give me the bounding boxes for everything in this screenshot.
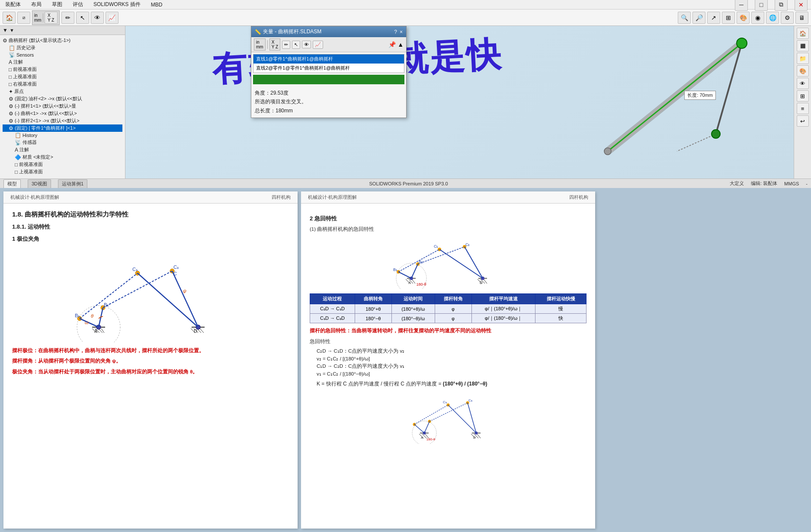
dlg-chart-btn[interactable]: 📈 <box>313 41 323 49</box>
menu-solidworks-addins[interactable]: SOLIDWORKS 插件 <box>92 0 142 9</box>
dialog-list: 直线1@零件1^曲柄摇杆1@曲柄摇杆 直线2@零件1@零件1^曲柄摇杆1@曲柄摇… <box>253 54 404 73</box>
toolbar-pencil-btn[interactable]: ✏ <box>61 12 74 24</box>
dialog-icon: 📏 <box>255 29 261 35</box>
dlg-select-btn[interactable]: ↖ <box>292 41 300 49</box>
tree-item-history[interactable]: 📋 历史记录 <box>3 44 122 51</box>
right-grid-btn[interactable]: ⊞ <box>797 90 809 102</box>
toolbar-layers-btn[interactable]: ⊞ <box>722 12 735 24</box>
toolbar-select-btn[interactable]: ↖ <box>76 12 89 24</box>
toolbar-home-btn[interactable]: 🏠 <box>3 12 16 24</box>
tree-item-part5-selected[interactable]: ⚙ (固定) [ 零件1^曲柄摇杆 ]<1> <box>3 124 122 132</box>
tree-item-annotation2[interactable]: A 注解 <box>3 146 122 153</box>
table-cell: 慢 <box>535 304 587 314</box>
svg-line-62 <box>465 247 483 278</box>
window-restore-btn[interactable]: ⧉ <box>775 0 788 11</box>
unit-label: inmm <box>34 13 42 22</box>
svg-text:A: A <box>408 280 411 285</box>
tree-item-origin[interactable]: ✦ 原点 <box>3 88 122 95</box>
tree-item-top-plane2[interactable]: □ 上视基准面 <box>3 168 122 175</box>
svg-text:C₁: C₁ <box>434 244 439 248</box>
tree-item-right-plane[interactable]: □ 右视基准面 <box>3 80 122 88</box>
tree-root[interactable]: ⚙ 曲柄摇杆 (默认<显示状态-1>) <box>3 37 122 44</box>
dlg-coord-btn[interactable]: XY Z <box>272 40 278 49</box>
dlg-pin-btn[interactable]: 📌 <box>388 41 396 48</box>
coord-btn[interactable]: XY Z <box>45 12 58 24</box>
svg-text:ψ: ψ <box>183 288 186 293</box>
dlg-pencil-btn[interactable]: ✏ <box>282 41 290 49</box>
svg-line-4 <box>677 134 716 151</box>
window-minimize-btn[interactable]: ─ <box>735 0 748 11</box>
tree-item-label: (-) 曲柄<1> ->x (默认<<默认> <box>15 110 77 117</box>
dlg-divider <box>267 40 268 49</box>
dlg-chevron-btn[interactable]: ▲ <box>397 41 404 48</box>
menu-layout[interactable]: 布局 <box>29 0 43 9</box>
toolbar-scene-btn[interactable]: 🌐 <box>766 12 779 24</box>
menu-mbd[interactable]: MBD <box>149 1 164 9</box>
right-cube-btn[interactable]: ⬛ <box>797 40 809 51</box>
dialog-list-item-1[interactable]: 直线1@零件1^曲柄摇杆1@曲柄摇杆 <box>253 54 404 64</box>
right-list-btn[interactable]: ≡ <box>797 103 809 114</box>
sensors-icon: 📡 <box>9 52 15 58</box>
window-maximize-btn[interactable]: □ <box>755 0 768 11</box>
tree-item-history2[interactable]: 📋 History <box>3 132 122 139</box>
toolbar-cursor-btn[interactable]: ↗ <box>707 12 720 24</box>
tree-item-sensors[interactable]: 📡 Sensors <box>3 51 122 58</box>
status-tab-model[interactable]: 模型 <box>3 179 21 188</box>
toolbar-monitor-btn[interactable]: 🖥 <box>795 12 808 24</box>
tree-item-label: 材质 <未指定> <box>22 154 53 160</box>
dlg-unit-btn[interactable]: inmm <box>256 40 263 49</box>
tree-item-part3[interactable]: ⚙ (-) 曲柄<1> ->x (默认<<默认> <box>3 110 122 117</box>
k-formula-block: K = 快行程 C 点的平均速度 / 慢行程 C 点的平均速度 = (180°+… <box>310 380 587 388</box>
tree-item-front-plane[interactable]: □ 前视基准面 <box>3 66 122 73</box>
menu-evaluate[interactable]: 评估 <box>71 0 85 9</box>
toolbar-chart-btn[interactable]: 📈 <box>106 12 119 24</box>
svg-text:B₁: B₁ <box>75 313 80 318</box>
tree-item-sensor2[interactable]: 📡 传感器 <box>3 139 122 146</box>
formula-3: C₁D → C₂D：C点的平均速度大小为 v₁ <box>310 363 587 370</box>
toolbar-search2-btn[interactable]: 🔎 <box>692 12 705 24</box>
toolbar-search-btn[interactable]: 🔍 <box>678 12 691 24</box>
toolbar-render-btn[interactable]: 🎨 <box>737 12 750 24</box>
svg-text:θ: θ <box>91 313 93 319</box>
tree-item-part1[interactable]: ⚙ (固定) 油杆<2> ->x (默认<<默认 <box>3 95 122 102</box>
toolbar-display-btn[interactable]: ◉ <box>751 12 764 24</box>
table-cell: 180°+θ <box>355 304 391 314</box>
right-palette-btn[interactable]: 🎨 <box>797 65 809 76</box>
tree-item-front-plane2[interactable]: □ 前视基准面 <box>3 161 122 168</box>
doc-left-header: 机械设计·机构原理图解 四杆机构 <box>3 191 298 204</box>
svg-text:180-θ: 180-θ <box>426 437 436 441</box>
part-icon: ⚙ <box>9 125 13 131</box>
dlg-view-btn[interactable]: 👁 <box>302 41 311 48</box>
tree-item-part2[interactable]: ⚙ (-) 摆杆1<1> (默认<<默认>显 <box>3 102 122 110</box>
tree-item-label: 上视基准面 <box>13 73 37 80</box>
window-close-btn[interactable]: ✕ <box>795 0 808 11</box>
dialog-help-btn[interactable]: ? <box>394 29 397 35</box>
menu-bar: 装配体 布局 草图 评估 SOLIDWORKS 插件 MBD ─ □ ⧉ ✕ <box>0 0 811 10</box>
menu-sketch[interactable]: 草图 <box>50 0 64 9</box>
status-right-3: MMGS <box>784 181 799 186</box>
right-arrow-btn[interactable]: ↩ <box>797 115 809 127</box>
tree-item-material[interactable]: 🔷 材质 <未指定> <box>3 153 122 161</box>
table-header-angle: 曲柄转角 <box>355 294 391 304</box>
tree-item-annotation[interactable]: A 注解 <box>3 58 122 66</box>
toolbar-cube-btn[interactable]: ⧄ <box>17 12 30 24</box>
dialog-list-item-2[interactable]: 直线2@零件1@零件1^曲柄摇杆1@曲柄摇杆 <box>253 64 404 73</box>
origin-icon: ✦ <box>9 89 13 95</box>
cad-viewport[interactable]: 📏 夹量 - 曲柄摇杆.SLDASM ? × inmm XY Z ✏ ↖ <box>125 26 794 178</box>
right-eye-btn[interactable]: 👁 <box>797 78 809 89</box>
menu-assembly[interactable]: 装配体 <box>3 0 22 9</box>
status-tab-motion[interactable]: 运动算例1 <box>58 179 87 188</box>
plane-icon: □ <box>9 81 12 87</box>
dialog-close-btn[interactable]: × <box>400 29 403 35</box>
right-home-btn[interactable]: 🏠 <box>797 28 809 39</box>
tree-item-part4[interactable]: ⚙ (-) 摆杆2<1> ->x (默认<<默认> <box>3 117 122 124</box>
feature-tree-header: ▼ ▼ <box>0 26 125 35</box>
toolbar-gear-btn[interactable]: ⚙ <box>781 12 794 24</box>
right-folder-btn[interactable]: 📁 <box>797 53 809 64</box>
k-formula: K = 快行程 C 点的平均速度 / 慢行程 C 点的平均速度 = (180°+… <box>310 380 587 388</box>
tree-item-label: (固定) [ 零件1^曲柄摇杆 ]<1> <box>15 125 76 131</box>
status-tab-3dview[interactable]: 3D视图 <box>28 179 51 188</box>
toolbar-view-btn[interactable]: 👁 <box>91 12 104 24</box>
tree-item-top-plane[interactable]: □ 上视基准面 <box>3 73 122 80</box>
plane-icon: □ <box>9 67 12 73</box>
